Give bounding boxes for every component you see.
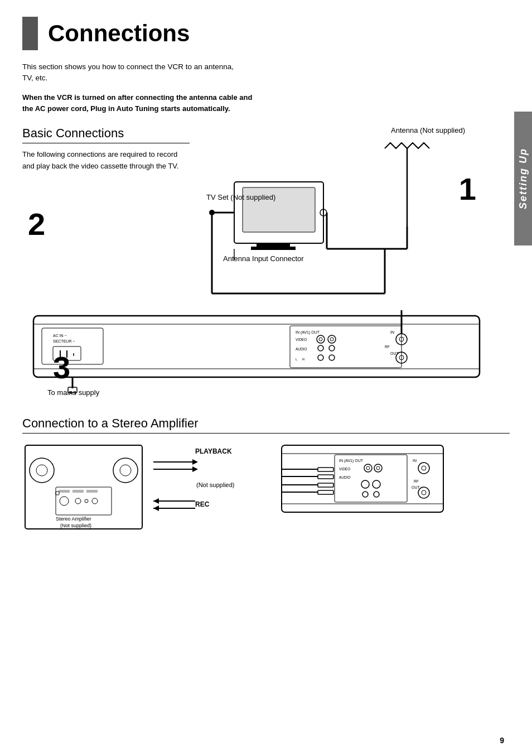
svg-text:IN: IN: [390, 330, 394, 334]
svg-point-54: [113, 458, 138, 483]
vcr-back-panel-svg: AC IN ~ SECTEUR ~ IN (AV1) OUT VIDEO AUD…: [22, 305, 502, 394]
svg-point-61: [75, 498, 81, 504]
basic-connections-svg: [190, 137, 468, 316]
cable-connections: PLAYBACK (Not supplied) REC: [151, 442, 273, 532]
svg-rect-59: [86, 490, 98, 493]
svg-marker-77: [153, 505, 159, 511]
svg-rect-4: [251, 247, 296, 250]
amplifier-box: Stereo Amplifier (Not supplied): [22, 442, 145, 532]
svg-point-99: [422, 466, 426, 470]
svg-point-34: [329, 345, 335, 351]
svg-point-98: [418, 463, 429, 474]
svg-rect-15: [33, 316, 480, 377]
stereo-section-title: Connection to a Stereo Amplifier: [22, 416, 510, 434]
tv-set-label: TV Set (Not supplied): [206, 193, 275, 201]
setting-up-label: Setting Up: [518, 148, 529, 209]
svg-rect-89: [318, 468, 333, 471]
cables-svg: PLAYBACK (Not supplied) REC: [151, 442, 273, 532]
stereo-section: Connection to a Stereo Amplifier: [22, 416, 510, 532]
svg-point-63: [92, 498, 98, 504]
svg-point-104: [361, 480, 369, 488]
basic-connections-title: Basic Connections: [22, 126, 190, 143]
svg-marker-70: [192, 459, 198, 465]
svg-rect-91: [318, 475, 333, 479]
svg-point-55: [120, 465, 131, 476]
header-bar-icon: [22, 17, 38, 50]
svg-text:OUT: OUT: [412, 485, 420, 489]
vcr-stereo-panel: IN (AV1) OUT VIDEO AUDIO: [279, 442, 510, 532]
svg-point-37: [318, 355, 323, 360]
svg-point-29: [319, 338, 322, 341]
svg-text:SECTEUR ~: SECTEUR ~: [53, 339, 75, 343]
mains-label: To mains supply: [47, 388, 99, 397]
vcr-stereo-svg: IN (AV1) OUT VIDEO AUDIO: [279, 442, 446, 532]
svg-point-38: [329, 355, 335, 360]
svg-point-106: [362, 492, 368, 497]
page-title: Connections: [48, 20, 190, 47]
svg-text:VIDEO: VIDEO: [339, 467, 350, 471]
svg-text:RF: RF: [385, 345, 390, 349]
svg-text:(Not supplied): (Not supplied): [196, 481, 234, 488]
svg-point-60: [60, 497, 69, 505]
step3-number: 3: [53, 349, 70, 386]
svg-text:IN (AV1) OUT: IN (AV1) OUT: [296, 330, 320, 335]
stereo-diagram-row: Stereo Amplifier (Not supplied) PLAYBACK: [22, 442, 510, 532]
svg-text:R: R: [302, 358, 305, 361]
svg-point-85: [366, 466, 370, 470]
svg-point-30: [328, 335, 336, 343]
svg-point-52: [30, 458, 54, 483]
setting-up-tab: Setting Up: [514, 112, 532, 245]
svg-point-13: [209, 210, 215, 215]
svg-rect-93: [318, 483, 333, 487]
antenna-label: Antenna (Not supplied): [391, 126, 465, 134]
svg-rect-58: [72, 490, 84, 493]
svg-point-105: [373, 480, 380, 488]
intro-text: This section shows you how to connect th…: [22, 61, 245, 84]
svg-text:IN: IN: [413, 459, 417, 463]
svg-point-87: [376, 466, 380, 470]
svg-text:AUDIO: AUDIO: [339, 475, 351, 479]
svg-point-86: [374, 464, 382, 472]
svg-text:(Not supplied): (Not supplied): [60, 523, 91, 528]
svg-rect-95: [318, 490, 333, 494]
svg-point-62: [85, 499, 88, 503]
antenna-input-label: Antenna Input Connector: [223, 254, 304, 263]
vcr-panel-area: AC IN ~ SECTEUR ~ IN (AV1) OUT VIDEO AUD…: [22, 305, 510, 394]
svg-text:REC: REC: [195, 500, 210, 508]
svg-point-107: [374, 492, 379, 497]
diagram-area: Antenna (Not supplied) 1 TV Set (Not sup…: [190, 126, 510, 316]
svg-point-84: [364, 464, 372, 472]
svg-rect-57: [59, 490, 70, 493]
svg-marker-76: [153, 498, 159, 504]
warning-text: When the VCR is turned on after connecti…: [22, 92, 257, 115]
svg-text:AUDIO: AUDIO: [296, 347, 307, 351]
page-number: 9: [500, 736, 504, 745]
svg-text:Stereo Amplifier: Stereo Amplifier: [56, 516, 91, 522]
step1-number: 1: [459, 171, 476, 207]
svg-point-28: [317, 335, 325, 343]
svg-point-53: [36, 465, 47, 476]
step2-number: 2: [28, 206, 45, 242]
basic-connections-desc: The following connections are required t…: [22, 149, 190, 172]
svg-point-103: [422, 490, 426, 495]
amplifier-svg: Stereo Amplifier (Not supplied): [22, 442, 145, 532]
svg-point-102: [418, 487, 429, 498]
svg-text:IN (AV1) OUT: IN (AV1) OUT: [339, 459, 364, 463]
svg-point-33: [318, 345, 323, 351]
svg-point-31: [330, 338, 333, 341]
svg-marker-71: [192, 466, 198, 472]
page-header: Connections: [22, 17, 510, 50]
svg-text:PLAYBACK: PLAYBACK: [195, 447, 232, 455]
left-column: Basic Connections The following connecti…: [22, 126, 190, 316]
svg-text:L: L: [296, 358, 298, 361]
svg-text:VIDEO: VIDEO: [296, 338, 307, 341]
page-container: Connections This section shows you how t…: [0, 0, 532, 756]
svg-text:RF: RF: [414, 479, 419, 483]
svg-text:AC IN ~: AC IN ~: [53, 334, 67, 338]
